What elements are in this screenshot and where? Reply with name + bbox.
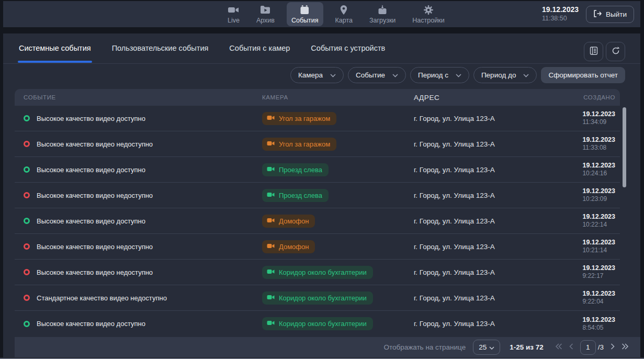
last-page-button[interactable] (622, 343, 629, 351)
pagination-bar: Отображать на странице 25 1-25 из 72 1 /… (15, 337, 640, 357)
live-camera-icon (228, 5, 239, 15)
created-cell: 19.12.2023 11:33:08 (582, 136, 615, 152)
created-time: 9:22:17 (582, 272, 615, 281)
current-datetime: 19.12.2023 11:38:50 (542, 5, 579, 23)
created-time: 11:34:09 (582, 118, 615, 127)
refresh-icon (611, 46, 620, 57)
camera-filter-select[interactable]: Камера (290, 67, 344, 83)
nav-item-events[interactable]: События (287, 2, 323, 26)
table-row[interactable]: Стандартное качество видео недоступно Ко… (15, 285, 620, 311)
next-page-button[interactable] (611, 343, 615, 351)
video-camera-icon (267, 294, 275, 302)
vertical-scrollbar[interactable] (623, 107, 626, 187)
created-cell: 19.12.2023 10:21:14 (582, 238, 615, 255)
camera-badge[interactable]: Угол за гаражом (262, 112, 336, 125)
event-name: Высокое качество видео недоступно (37, 192, 153, 199)
video-camera-icon (267, 320, 275, 328)
table-row[interactable]: Высокое качество видео недоступно Угол з… (15, 131, 620, 157)
chevron-down-icon (489, 343, 494, 351)
camera-badge[interactable]: Проезд слева (262, 163, 329, 176)
column-header-camera: КАМЕРА (247, 94, 399, 100)
nav-item-label: Live (228, 17, 240, 24)
camera-name: Домофон (279, 217, 309, 225)
refresh-button[interactable] (606, 42, 625, 61)
created-date: 19.12.2023 (582, 238, 615, 246)
status-dot (24, 166, 30, 173)
top-navbar: Live Архив События Карта Загрузки (3, 1, 640, 27)
period-to-label: Период до (481, 71, 516, 79)
column-header-event: СОБЫТИЕ (15, 94, 247, 100)
camera-badge[interactable]: Проезд слева (262, 189, 329, 202)
period-to-select[interactable]: Период до (473, 67, 537, 83)
tab-system-events[interactable]: Системные события (18, 40, 92, 63)
created-time: 8:54:05 (582, 324, 615, 332)
video-camera-icon (267, 268, 275, 276)
address-cell: г. Город, ул. Улица 123-А (399, 217, 540, 225)
current-page-input[interactable]: 1 (580, 340, 596, 355)
double-chevron-right-icon (622, 343, 629, 351)
created-date: 19.12.2023 (582, 136, 615, 144)
address-cell: г. Город, ул. Улица 123-А (399, 243, 540, 251)
nav-item-label: События (291, 17, 319, 24)
created-cell: 19.12.2023 10:24:16 (582, 161, 615, 178)
camera-badge[interactable]: Коридор около бухгалтерии (262, 266, 373, 279)
camera-badge[interactable]: Угол за гаражом (262, 138, 336, 151)
created-time: 10:24:16 (582, 170, 615, 178)
chevron-down-icon (330, 71, 336, 79)
table-row[interactable]: Высокое качество видео недоступно Домофо… (15, 234, 620, 260)
generate-report-button[interactable]: Сформировать отчет (541, 67, 625, 83)
tab-camera-events[interactable]: События с камер (228, 40, 291, 63)
nav-item-live[interactable]: Live (223, 2, 244, 26)
event-name: Высокое качество видео доступно (37, 115, 145, 122)
table-row[interactable]: Высокое качество видео недоступно Проезд… (15, 183, 620, 208)
status-dot (24, 243, 30, 250)
table-row[interactable]: Высокое качество видео доступно Домофон … (15, 208, 620, 234)
status-dot (24, 218, 30, 224)
event-name: Высокое качество видео доступно (37, 320, 145, 328)
per-page-select[interactable]: 25 (473, 340, 500, 355)
double-chevron-left-icon (555, 343, 562, 351)
camera-badge[interactable]: Коридор около бухгалтерии (262, 317, 373, 330)
logout-label: Выйти (606, 10, 627, 18)
nav-item-downloads[interactable]: Загрузки (365, 2, 400, 26)
table-header: СОБЫТИЕ КАМЕРА АДРЕС СОЗДАНО (15, 89, 620, 106)
created-time: 9:22:04 (582, 298, 615, 306)
status-dot (24, 321, 30, 327)
address-cell: г. Город, ул. Улица 123-А (399, 192, 540, 199)
tab-device-events[interactable]: События с устройств (310, 40, 386, 63)
event-name: Высокое качество видео недоступно (37, 268, 153, 276)
created-cell: 19.12.2023 10:23:09 (582, 187, 615, 204)
table-row[interactable]: Высокое качество видео доступно Коридор … (15, 311, 620, 336)
first-page-button[interactable] (555, 343, 562, 351)
tab-user-events[interactable]: Пользовательские события (111, 40, 210, 63)
address-cell: г. Город, ул. Улица 123-А (399, 268, 540, 276)
journal-button[interactable] (584, 42, 603, 61)
table-row[interactable]: Высокое качество видео недоступно Коридо… (15, 260, 620, 285)
table-row[interactable]: Высокое качество видео доступно Проезд с… (15, 157, 620, 183)
logout-button[interactable]: Выйти (586, 6, 634, 23)
per-page-value: 25 (479, 343, 487, 351)
events-page: Системные события Пользовательские событ… (3, 33, 640, 357)
current-time: 11:38:50 (542, 15, 579, 23)
camera-badge[interactable]: Домофон (262, 240, 315, 253)
address-cell: г. Город, ул. Улица 123-А (399, 294, 540, 302)
table-row[interactable]: Высокое качество видео доступно Угол за … (15, 106, 620, 131)
column-header-address: АДРЕС (399, 94, 540, 102)
results-range: 1-25 из 72 (510, 343, 544, 351)
events-calendar-icon (299, 5, 311, 15)
camera-name: Коридор около бухгалтерии (279, 320, 367, 328)
previous-page-button[interactable] (569, 343, 573, 351)
nav-item-map[interactable]: Карта (331, 2, 357, 26)
event-name: Стандартное качество видео недоступно (37, 294, 167, 302)
nav-item-settings[interactable]: Настройки (408, 2, 449, 26)
map-pin-icon (338, 5, 349, 15)
created-time: 10:22:14 (582, 221, 615, 229)
created-date: 19.12.2023 (582, 264, 615, 272)
created-date: 19.12.2023 (582, 110, 615, 118)
camera-badge[interactable]: Домофон (262, 215, 315, 228)
event-name: Высокое качество видео доступно (37, 166, 145, 174)
nav-item-archive[interactable]: Архив (252, 2, 279, 26)
event-filter-select[interactable]: Событие (348, 67, 406, 83)
period-from-select[interactable]: Период с (410, 67, 469, 83)
camera-badge[interactable]: Коридор около бухгалтерии (262, 291, 373, 305)
